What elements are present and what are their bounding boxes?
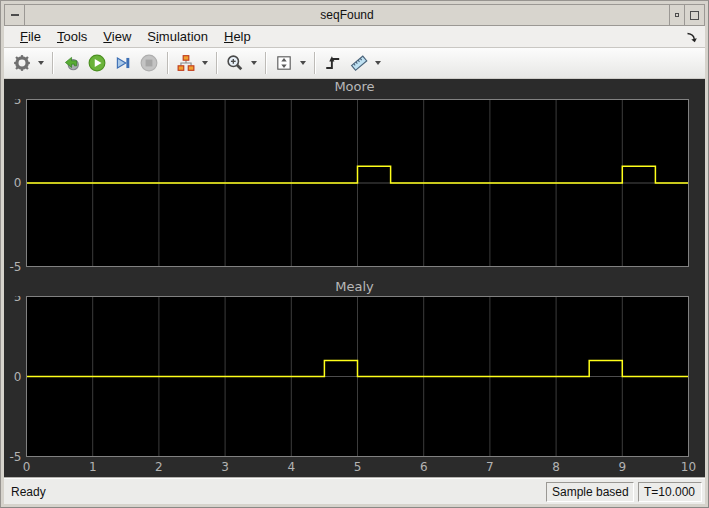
- run-button[interactable]: [84, 51, 110, 75]
- svg-text:0: 0: [14, 176, 22, 190]
- menu-item-view[interactable]: View: [95, 27, 139, 46]
- svg-text:3: 3: [221, 460, 229, 474]
- signal-selector-icon: [177, 54, 195, 72]
- minimize-icon: [675, 13, 679, 17]
- statusbar: Ready Sample based T=10.000: [4, 478, 705, 504]
- svg-text:0: 0: [14, 370, 22, 384]
- window-title: seqFound: [25, 5, 669, 25]
- svg-text:-5: -5: [10, 450, 22, 464]
- trigger-icon: [324, 54, 342, 72]
- svg-text:6: 6: [420, 460, 428, 474]
- settings-gear-icon: [13, 54, 31, 72]
- svg-text:9: 9: [618, 460, 626, 474]
- dock-arrow-icon[interactable]: [685, 31, 697, 43]
- moore-scope-plot[interactable]: 50-5: [4, 99, 705, 271]
- menu-item-simulation[interactable]: Simulation: [139, 27, 216, 46]
- menu-item-tools[interactable]: Tools: [49, 27, 95, 46]
- svg-text:4: 4: [287, 460, 295, 474]
- moore-plot-title: Moore: [4, 79, 705, 99]
- svg-text:8: 8: [552, 460, 560, 474]
- scope-canvas: Moore 50-5 Mealy 50-5012345678910: [4, 79, 705, 478]
- mealy-scope-plot[interactable]: 50-5012345678910: [4, 296, 705, 478]
- toolbar-separator: [314, 52, 315, 74]
- highlight-simulink-block-icon: [62, 54, 80, 72]
- stop-icon: [140, 54, 158, 72]
- svg-text:5: 5: [14, 99, 22, 107]
- scope-window: seqFound File Tools View Simulation Help: [0, 0, 709, 508]
- window-menu-dash-icon: [11, 14, 19, 16]
- autoscale-button[interactable]: [271, 51, 297, 75]
- measurements-ruler-icon: [350, 54, 368, 72]
- autoscale-icon: [275, 54, 293, 72]
- minimize-button[interactable]: [669, 5, 684, 25]
- toolbar-separator: [52, 52, 53, 74]
- measurements-button[interactable]: [346, 51, 372, 75]
- svg-text:10: 10: [681, 460, 696, 474]
- step-forward-button[interactable]: [110, 51, 136, 75]
- parameters-dropdown-caret-icon[interactable]: [35, 51, 47, 75]
- svg-text:5: 5: [14, 296, 22, 304]
- menu-item-help[interactable]: Help: [216, 27, 259, 46]
- titlebar: seqFound: [4, 4, 705, 26]
- zoom-button[interactable]: [222, 51, 248, 75]
- mealy-plot-title: Mealy: [4, 271, 705, 296]
- zoom-dropdown-caret-icon[interactable]: [248, 51, 260, 75]
- step-forward-icon: [114, 54, 132, 72]
- parameters-button[interactable]: [9, 51, 35, 75]
- svg-text:5: 5: [354, 460, 362, 474]
- signal-selector-dropdown-caret-icon[interactable]: [199, 51, 211, 75]
- autoscale-dropdown-caret-icon[interactable]: [297, 51, 309, 75]
- window-menu-button[interactable]: [5, 5, 25, 25]
- stop-button[interactable]: [136, 51, 162, 75]
- status-sim-time: T=10.000: [638, 482, 702, 502]
- toolbar-separator: [167, 52, 168, 74]
- toolbar-separator: [216, 52, 217, 74]
- highlight-simulink-block-button[interactable]: [58, 51, 84, 75]
- run-icon: [88, 54, 106, 72]
- svg-text:-5: -5: [10, 260, 22, 272]
- toolbar: [4, 48, 705, 79]
- zoom-in-icon: [226, 54, 244, 72]
- toolbar-separator: [265, 52, 266, 74]
- svg-text:1: 1: [89, 460, 97, 474]
- svg-text:2: 2: [155, 460, 163, 474]
- status-sample-mode: Sample based: [546, 482, 634, 502]
- measurements-dropdown-caret-icon[interactable]: [372, 51, 384, 75]
- menubar: File Tools View Simulation Help: [4, 26, 705, 48]
- status-ready-text: Ready: [11, 485, 46, 499]
- signal-selector-button[interactable]: [173, 51, 199, 75]
- maximize-button[interactable]: [684, 5, 704, 25]
- menu-item-file[interactable]: File: [12, 27, 49, 46]
- svg-text:7: 7: [486, 460, 494, 474]
- svg-text:0: 0: [23, 460, 31, 474]
- trigger-button[interactable]: [320, 51, 346, 75]
- maximize-icon: [690, 11, 699, 20]
